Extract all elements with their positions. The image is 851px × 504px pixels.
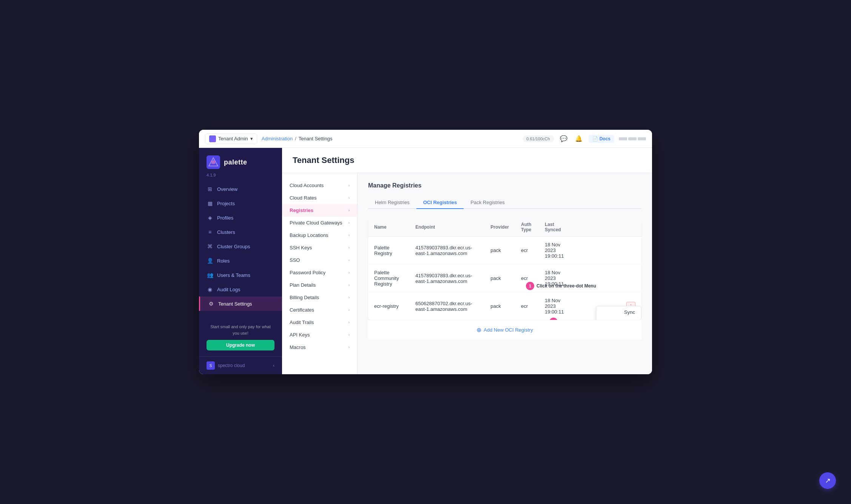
sidebar-item-users-teams[interactable]: 👥 Users & Teams — [199, 268, 282, 282]
registry-auth-type: ecr — [515, 292, 539, 320]
chevron-icon: › — [348, 221, 350, 225]
nav-macros[interactable]: Macros › — [282, 341, 357, 353]
content-area: Tenant Settings Cloud Accounts › Cloud R… — [282, 148, 652, 374]
sidebar-item-tenant-settings[interactable]: ⚙ Tenant Settings — [199, 297, 282, 311]
add-registry-row: ⊕ Add New OCI Registry — [368, 320, 641, 340]
audit-logs-icon: ◉ — [207, 286, 213, 293]
col-header-actions — [574, 218, 641, 237]
chevron-icon: › — [348, 320, 350, 324]
tab-oci[interactable]: OCI Registries — [416, 197, 464, 209]
sidebar-item-label: Profiles — [217, 215, 233, 221]
tenant-icon — [209, 135, 216, 142]
users-teams-icon: 👥 — [207, 272, 213, 278]
table-row: ecr-registry 650628870702.dkr.ecr.us-eas… — [368, 292, 641, 320]
tenant-selector[interactable]: Tenant Admin ▾ — [205, 134, 257, 144]
collapse-icon[interactable]: ‹ — [273, 363, 274, 368]
registry-provider: pack — [484, 237, 515, 264]
col-header-auth-type: Auth Type — [515, 218, 539, 237]
sidebar-item-clusters[interactable]: ≡ Clusters — [199, 225, 282, 239]
breadcrumb-parent[interactable]: Administration — [262, 136, 293, 141]
registry-last-synced: 18 Nov 2023 19:00:11 — [539, 292, 574, 320]
nav-password-policy[interactable]: Password Policy › — [282, 266, 357, 279]
chat-icon[interactable]: 💬 — [558, 134, 569, 144]
registry-name: Palette Community Registry — [368, 264, 409, 292]
settings-nav: Cloud Accounts › Cloud Rates › Registrie… — [282, 173, 358, 374]
sidebar-item-profiles[interactable]: ◈ Profiles — [199, 211, 282, 225]
overview-icon: ⊞ — [207, 186, 213, 192]
menu-item-sync[interactable]: Sync — [597, 306, 641, 318]
chevron-icon: › — [348, 295, 350, 300]
sidebar-item-label: Projects — [217, 201, 235, 206]
chevron-icon: › — [348, 345, 350, 349]
chevron-icon: › — [348, 283, 350, 287]
chevron-icon: › — [348, 246, 350, 250]
spectro-logo: S — [207, 361, 215, 370]
nav-registries[interactable]: Registries › — [282, 204, 357, 217]
sidebar-item-roles[interactable]: 👤 Roles — [199, 254, 282, 268]
sidebar-item-cluster-groups[interactable]: ⌘ Cluster Groups — [199, 239, 282, 254]
registry-last-synced: 18 Nov 2023 19:00:11 — [539, 237, 574, 264]
sidebar: palette 4.1.9 ⊞ Overview ▦ Projects ◈ Pr… — [199, 148, 282, 374]
sidebar-item-audit-logs[interactable]: ◉ Audit Logs — [199, 282, 282, 297]
nav-cloud-accounts[interactable]: Cloud Accounts › — [282, 179, 357, 192]
upgrade-text: Start small and only pay for what you us… — [207, 324, 274, 336]
app-name: palette — [224, 158, 247, 166]
sidebar-item-projects[interactable]: ▦ Projects — [199, 196, 282, 211]
menu-item-edit[interactable]: Edit — [597, 318, 641, 320]
registry-auth-type: ecr — [515, 237, 539, 264]
upgrade-button[interactable]: Upgrade now — [207, 340, 274, 350]
tab-helm[interactable]: Helm Registries — [368, 197, 416, 209]
docs-button[interactable]: 📄 Docs — [589, 135, 614, 143]
annotation-step1: 1 Click on the three-dot Menu — [526, 282, 596, 290]
registry-endpoint: 650628870702.dkr.ecr.us-east-1.amazonaws… — [409, 292, 484, 320]
tab-pack[interactable]: Pack Registries — [464, 197, 511, 209]
col-header-endpoint: Endpoint — [409, 218, 484, 237]
nav-sso[interactable]: SSO › — [282, 254, 357, 266]
projects-icon: ▦ — [207, 200, 213, 207]
sidebar-item-label: Tenant Settings — [218, 301, 252, 307]
nav-plan-details[interactable]: Plan Details › — [282, 279, 357, 291]
nav-billing-details[interactable]: Billing Details › — [282, 291, 357, 304]
sidebar-item-label: Overview — [217, 186, 237, 192]
fab-button[interactable]: ↗ — [819, 472, 836, 489]
registry-provider: pack — [484, 292, 515, 320]
palette-logo-icon — [207, 155, 220, 169]
step2-label: Select Delete — [560, 319, 588, 320]
registry-provider: pack — [484, 264, 515, 292]
breadcrumb: Administration / Tenant Settings — [262, 136, 518, 141]
nav-api-keys[interactable]: API Keys › — [282, 329, 357, 341]
nav-private-cloud-gateways[interactable]: Private Cloud Gateways › — [282, 217, 357, 229]
chevron-icon: › — [348, 196, 350, 200]
chevron-icon: › — [348, 183, 350, 187]
sidebar-item-overview[interactable]: ⊞ Overview — [199, 182, 282, 196]
panel-title: Manage Registries — [368, 182, 641, 189]
col-header-last-synced: Last Synced — [539, 218, 574, 237]
annotation-step2: 2 Select Delete — [549, 318, 588, 320]
registry-endpoint: 415789037893.dkr.ecr.us-east-1.amazonaws… — [409, 237, 484, 264]
top-bar: Tenant Admin ▾ Administration / Tenant S… — [199, 130, 652, 148]
add-oci-registry-button[interactable]: ⊕ Add New OCI Registry — [476, 326, 533, 333]
step1-bubble: 1 — [526, 282, 534, 290]
tenant-label: Tenant Admin — [218, 136, 248, 141]
profiles-icon: ◈ — [207, 214, 213, 221]
chevron-icon: › — [348, 333, 350, 337]
nav-ssh-keys[interactable]: SSH Keys › — [282, 241, 357, 254]
view-toggle[interactable] — [619, 137, 646, 140]
cluster-groups-icon: ⌘ — [207, 243, 213, 250]
nav-audit-trails[interactable]: Audit Trails › — [282, 316, 357, 329]
col-header-provider: Provider — [484, 218, 515, 237]
spectro-label: spectro cloud — [218, 363, 245, 368]
registry-endpoint: 415789037893.dkr.ecr.us-east-1.amazonaws… — [409, 264, 484, 292]
tenant-settings-icon: ⚙ — [208, 300, 214, 307]
step1-label: Click on the three-dot Menu — [536, 283, 596, 289]
bell-icon[interactable]: 🔔 — [574, 134, 584, 144]
nav-backup-locations[interactable]: Backup Locations › — [282, 229, 357, 241]
row-actions — [574, 237, 641, 264]
sidebar-item-label: Roles — [217, 258, 230, 264]
registry-tabs: Helm Registries OCI Registries Pack Regi… — [368, 197, 641, 209]
context-menu: Sync Edit 2 Select Delete Delete — [596, 306, 641, 320]
nav-certificates[interactable]: Certificates › — [282, 304, 357, 316]
nav-cloud-rates[interactable]: Cloud Rates › — [282, 192, 357, 204]
registry-name: Palette Registry — [368, 237, 409, 264]
chevron-icon: › — [348, 233, 350, 237]
